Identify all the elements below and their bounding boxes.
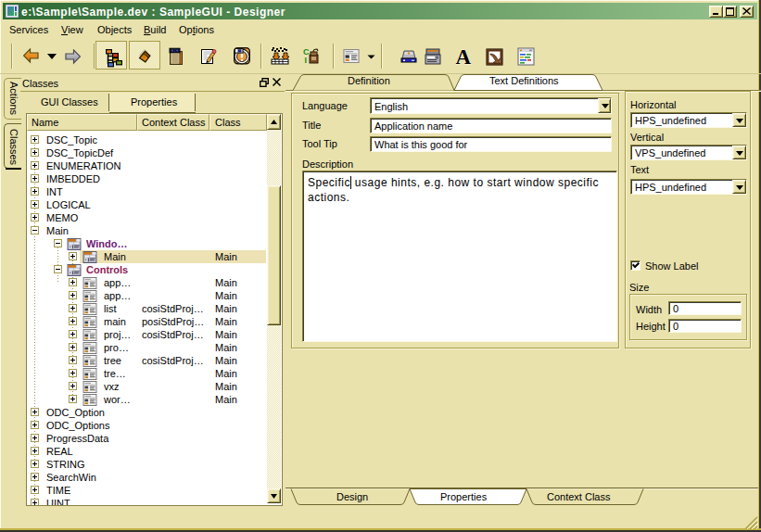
svg-text:I: I	[305, 56, 308, 65]
svg-text:A: A	[456, 47, 472, 66]
